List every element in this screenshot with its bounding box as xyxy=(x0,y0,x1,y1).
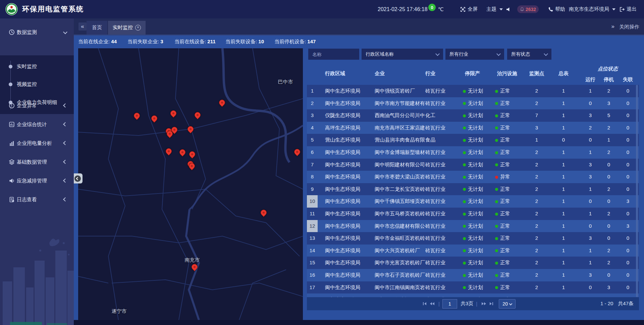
cell-monitor: 1 xyxy=(523,134,550,146)
cell-region: 阆中生态环境局 xyxy=(325,232,373,245)
sidebar-item-1[interactable]: 数据监测 xyxy=(0,23,74,42)
status-filter-select[interactable]: 所有状态 xyxy=(507,49,551,60)
table-row[interactable]: 4高坪生态环境局南充市高坪区王家店建砖瓦行业无计划正常31220 xyxy=(307,122,639,134)
table-row[interactable]: 9阆中生态环境局阆中市二龙长宝页岩砖砖瓦行业无计划正常21120 xyxy=(307,183,639,196)
logout-button[interactable]: 退出 xyxy=(619,0,637,18)
status-dot-icon xyxy=(463,200,466,203)
table-row[interactable]: 12阆中生态环境局阆中市忠信建材有限公砖瓦行业无计划正常21003 xyxy=(307,220,639,232)
next-page-button[interactable] xyxy=(480,300,487,308)
cell-industry: 砖瓦行业 xyxy=(425,232,461,245)
table-row[interactable]: 2阆中生态环境局阆中市南方节能建材有砖瓦行业无计划正常21030 xyxy=(307,97,639,110)
name-filter-input[interactable] xyxy=(308,52,359,57)
region-filter-select[interactable]: 行政区域名称 xyxy=(362,49,443,60)
sidebar-item-6[interactable]: 应急减排管理 xyxy=(0,171,74,190)
chevron-down-icon xyxy=(435,52,440,56)
table-row[interactable]: 15阆中生态环境局阆中市光富页岩机砖厂砖瓦行业无计划正常21120 xyxy=(307,257,639,269)
cell-lost: 0 xyxy=(619,134,637,146)
sidebar-item-2[interactable]: 企业异常 xyxy=(0,96,74,115)
table-row[interactable]: 6阆中生态环境局阆中市金博瑞新型墙材砖瓦行业无计划正常21120 xyxy=(307,146,639,159)
facility-text: 正常 xyxy=(500,162,510,167)
sidebar-item-7[interactable]: 日志查看 xyxy=(0,190,74,209)
table-row[interactable]: 18南部生态环境局南部县驰华水泥有限公建材行业无计划正常60060 xyxy=(307,293,639,297)
cell-limit: 无计划 xyxy=(463,183,494,196)
theme-button[interactable]: 主题 xyxy=(486,0,503,18)
cell-run: 0 xyxy=(580,195,600,208)
cell-stop: 0 xyxy=(599,269,618,281)
limit-text: 无计划 xyxy=(468,186,483,192)
sidebar-item-label: 日志查看 xyxy=(17,197,37,203)
cell-company: 南充市高坪区王家店建 xyxy=(375,122,425,134)
cell-industry: 化工 xyxy=(425,109,461,122)
facility-text: 正常 xyxy=(500,260,510,265)
table-row[interactable]: 8阆中生态环境局阆中市枣碧大梁山页岩砖瓦行业无计划异常21300 xyxy=(307,171,639,183)
stat-item-1: 当前在线企业: 44 xyxy=(78,35,117,48)
row-number: 5 xyxy=(307,134,318,146)
cell-stop: 5 xyxy=(599,109,618,122)
col-header-monitor: 监测点 xyxy=(529,70,544,77)
last-page-button[interactable] xyxy=(487,300,495,308)
tabs-scroll-right-button[interactable]: » xyxy=(611,23,614,30)
map-city-label: 南充市 xyxy=(185,257,200,263)
cell-run: 3 xyxy=(580,171,600,183)
cell-industry: 建材行业 xyxy=(425,293,461,297)
cell-facility: 正常 xyxy=(495,293,522,297)
first-page-button[interactable] xyxy=(421,300,428,308)
col-header-point-status-group: 点位状态 xyxy=(598,66,618,72)
sidebar-item-3[interactable]: 企业综合统计 xyxy=(0,115,74,134)
table-row[interactable]: 1阆中生态环境局阆中强锐页岩砖厂砖瓦行业无计划正常21120 xyxy=(307,85,639,97)
chevron-left-icon xyxy=(63,141,67,145)
table-row[interactable]: 11阆中生态环境局阆中市五马桥页岩机砖砖瓦行业无计划正常21120 xyxy=(307,208,639,220)
sidebar-collapse-button[interactable] xyxy=(74,173,83,183)
help-button[interactable]: 帮助 xyxy=(548,0,565,18)
cell-company: 阆中市二龙长宝页岩砖 xyxy=(375,183,425,196)
table-row[interactable]: 13阆中生态环境局阆中市金福旺页岩机砖砖瓦行业无计划正常21300 xyxy=(307,232,639,245)
close-operations-button[interactable]: 关闭操作 xyxy=(619,24,639,30)
user-menu[interactable]: 南充市生态环境局 xyxy=(569,0,615,18)
cell-meter: 1 xyxy=(550,97,577,110)
sidebar-item-5[interactable]: 基础数据管理 xyxy=(0,153,74,171)
tab-realtime-monitor[interactable]: 实时监控 × xyxy=(108,21,146,35)
cell-lost: 0 xyxy=(619,122,637,134)
sidebar-subitem-2[interactable]: 视频监控 xyxy=(0,78,74,90)
sidebar-subitem-label: 视频监控 xyxy=(17,81,37,88)
prev-page-button[interactable] xyxy=(428,300,436,308)
tab-home[interactable]: 首页 xyxy=(87,21,107,35)
limit-text: 无计划 xyxy=(468,174,483,179)
page-number-input[interactable] xyxy=(442,299,457,309)
tabs-scroll-left-button[interactable]: « xyxy=(78,22,87,31)
sidebar-subitem-1[interactable]: 实时监控 xyxy=(0,61,74,72)
cell-lost: 0 xyxy=(619,146,637,159)
table-row[interactable]: 7阆中生态环境局阆中明阳建材有限公司砖瓦行业无计划正常21300 xyxy=(307,159,639,171)
cell-stop: 0 xyxy=(599,232,618,245)
status-dot-icon xyxy=(495,213,498,216)
sidebar-item-label: 企业异常 xyxy=(17,103,37,109)
fullscreen-button[interactable]: 全屏 xyxy=(460,0,478,18)
cell-run: 1 xyxy=(580,146,600,159)
industry-filter-select[interactable]: 所有行业 xyxy=(445,49,504,60)
table-row[interactable]: 10阆中生态环境局阆中千佛镇五郎垭页岩砖瓦行业无计划正常21003 xyxy=(307,195,639,208)
map-roads xyxy=(78,48,303,320)
cell-meter: 1 xyxy=(550,208,577,220)
table-row[interactable]: 14阆中生态环境局阆中大兴页岩机砖厂砖瓦行业无计划正常21120 xyxy=(307,245,639,257)
table-row[interactable]: 5营山生态环境局营山县润丰肉食品有限食品无计划正常10010 xyxy=(307,134,639,146)
cell-company: 阆中市金福旺页岩机砖 xyxy=(375,232,425,245)
app-root: 环保用电监管系统 2021-02-25 17:46:18 0 ℃ 全屏 主题 xyxy=(0,0,644,325)
map-panel[interactable]: 巴中市南充市遂宁市 xyxy=(78,48,303,320)
row-number: 10 xyxy=(307,195,318,208)
sidebar-item-4[interactable]: 企业用电量分析 xyxy=(0,134,74,153)
name-filter-field[interactable] xyxy=(308,49,359,60)
cell-meter: 1 xyxy=(550,269,577,281)
cell-run: 2 xyxy=(580,122,600,134)
cell-lost: 0 xyxy=(619,85,637,97)
table-row[interactable]: 3仪陇生态环境局西南油气田分公司川中化工无计划正常71350 xyxy=(307,109,639,122)
speaker-mute-button[interactable] xyxy=(506,0,511,18)
table-scrollbar[interactable] xyxy=(636,85,638,297)
limit-text: 无计划 xyxy=(468,211,483,216)
page-size-select[interactable]: 20 xyxy=(499,299,516,309)
table-row[interactable]: 16阆中生态环境局阆中市石子页岩机砖厂砖瓦行业无计划正常21300 xyxy=(307,269,639,281)
cell-region: 阆中生态环境局 xyxy=(325,159,373,171)
notification-badge[interactable]: 2632 xyxy=(517,5,539,13)
tab-close-icon[interactable]: × xyxy=(135,25,141,31)
stat-value: 211 xyxy=(207,39,215,44)
table-row[interactable]: 17阆中生态环境局阆中市江南镇阆南页岩砖瓦行业无计划正常21030 xyxy=(307,281,639,294)
